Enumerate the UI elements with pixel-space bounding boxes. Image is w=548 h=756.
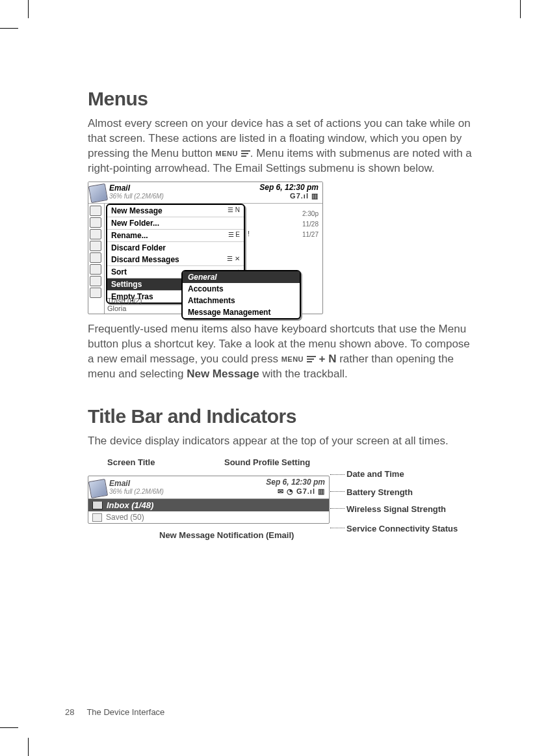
submenu-item-accounts[interactable]: Accounts <box>183 283 300 295</box>
title-bar-intro: The device display indicators appear at … <box>88 434 478 449</box>
screenshot-title-bar: Email 36% full (2.2M/6M) Sep 6, 12:30 pm… <box>88 476 330 524</box>
menu-button-label: MENU <box>216 150 238 157</box>
page-number: 28 <box>65 707 85 717</box>
heading-title-bar: Title Bar and Indicators <box>88 405 478 427</box>
callout-new-message: New Message Notification (Email) <box>159 530 294 540</box>
new-message-label: New Message <box>187 368 259 380</box>
menu-item-discard-messages[interactable]: Discard Messages☰ ✕ <box>107 254 244 266</box>
menu-button-label: MENU <box>281 355 304 363</box>
page-footer: 28 The Device Interface <box>65 707 164 717</box>
text: with the trackball. <box>262 368 347 380</box>
inbox-row[interactable]: Inbox (1/48) <box>88 499 329 511</box>
menu-item-discard-folder[interactable]: Discard Folder <box>107 242 244 254</box>
folder-icon <box>90 206 101 216</box>
folder-icon <box>90 288 101 298</box>
folder-icon <box>90 241 101 251</box>
folder-icon <box>90 229 101 239</box>
settings-submenu: General Accounts Attachments Message Man… <box>181 270 301 319</box>
app-subtitle: 36% full (2.2M/6M) <box>109 488 164 495</box>
screenshot-email-menu: Email 36% full (2.2M/6M) Sep 6, 12:30 pm… <box>88 182 323 314</box>
email-app-icon <box>88 183 108 203</box>
background-timestamps: 2:30p 11/28 11/27 <box>302 209 319 240</box>
folder-icon-column <box>88 204 105 314</box>
callout-battery: Battery Strength <box>346 487 413 497</box>
chapter-name: The Device Interface <box>86 707 164 717</box>
callout-signal: Wireless Signal Strength <box>346 504 446 514</box>
bottom-rows: Trash (0/2) Gloria <box>107 297 142 312</box>
menus-intro-paragraph: Almost every screen on your device has a… <box>88 116 478 176</box>
app-title: Email <box>109 183 164 193</box>
menu-item-new-folder[interactable]: New Folder... <box>107 217 244 230</box>
callout-screen-title: Screen Title <box>107 457 155 467</box>
menu-item-new-message[interactable]: New Message☰ N <box>107 205 244 217</box>
submenu-item-attachments[interactable]: Attachments <box>183 295 300 306</box>
menu-icon <box>307 356 316 363</box>
folder-icon <box>90 252 101 263</box>
email-app-icon <box>88 479 108 498</box>
app-title: Email <box>109 479 164 488</box>
callout-sound-profile: Sound Profile Setting <box>224 457 310 467</box>
folder-icon <box>90 276 101 286</box>
callout-service: Service Connectivity Status <box>346 524 458 533</box>
datetime: Sep 6, 12:30 pm <box>266 478 325 487</box>
submenu-item-message-management[interactable]: Message Management <box>183 306 300 318</box>
status-indicator-icons: ✉ ◔ G7.ıl ▥ <box>278 487 325 496</box>
heading-menus: Menus <box>88 88 478 110</box>
status-icons: G7.ıl ▥ <box>290 192 319 200</box>
shortcut-key: + N <box>319 353 337 365</box>
callout-date-time: Date and Time <box>346 469 404 479</box>
folder-icon <box>90 217 101 228</box>
submenu-item-general[interactable]: General <box>183 271 300 283</box>
saved-row[interactable]: Saved (50) <box>88 511 329 523</box>
datetime: Sep 6, 12:30 pm <box>259 183 319 192</box>
menu-item-rename[interactable]: Rename...☰ E <box>107 230 244 242</box>
menu-icon <box>241 150 250 157</box>
folder-icon <box>90 264 101 275</box>
app-subtitle: 36% full (2.2M/6M) <box>109 193 164 200</box>
menus-shortcut-paragraph: Frequently-used menu items also have key… <box>88 322 478 382</box>
